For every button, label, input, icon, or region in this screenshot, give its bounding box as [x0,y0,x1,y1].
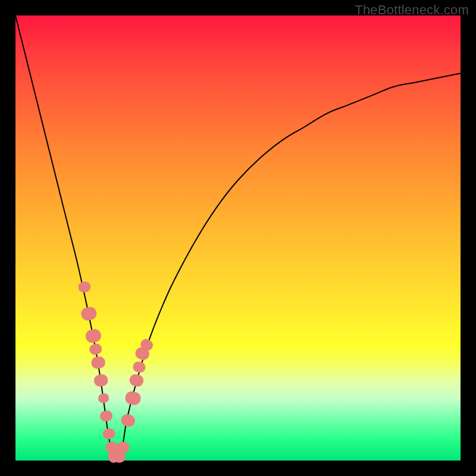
marker-point [84,328,102,343]
marker-point [99,410,113,422]
marker-point [102,428,115,440]
chart-svg [15,15,461,461]
watermark-text: TheBottleneck.com [355,2,469,18]
marker-point [120,414,136,428]
marker-point [93,374,109,387]
marker-point [89,343,103,355]
plot-area [15,15,461,461]
bottleneck-curve-line [15,15,461,458]
marker-point [90,356,106,369]
marker-point [98,393,109,403]
marker-point [129,373,145,387]
marker-group [77,281,155,465]
marker-point [132,361,146,374]
marker-point [77,281,91,293]
marker-point [124,390,142,406]
marker-point [80,306,98,321]
